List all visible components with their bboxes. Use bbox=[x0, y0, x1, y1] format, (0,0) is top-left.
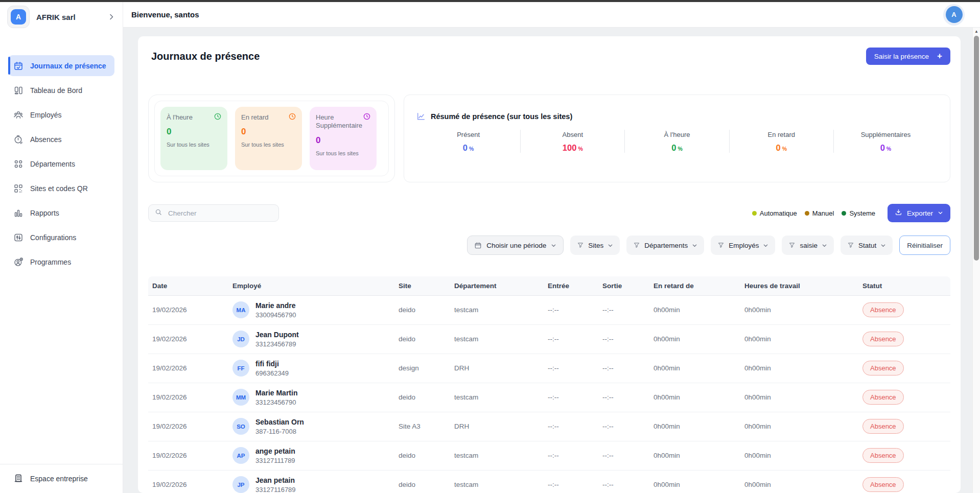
row-check-in: --:-- bbox=[544, 412, 598, 441]
row-department: DRH bbox=[450, 412, 544, 441]
dashboard-icon bbox=[13, 85, 24, 96]
table-row: 19/02/2026 FF fifi fidji 696362349 bbox=[148, 354, 950, 383]
row-department: testcam bbox=[450, 324, 544, 354]
employee-cell: JD Jean Dupont 33123456789 bbox=[232, 331, 390, 348]
avatar: FF bbox=[232, 360, 249, 377]
row-date: 19/02/2026 bbox=[148, 441, 228, 470]
status-badge: Absence bbox=[862, 448, 904, 463]
employee-cell: SO Sebastian Orn 387-116-7008 bbox=[232, 418, 390, 435]
filter-chip[interactable]: Sites bbox=[570, 236, 620, 255]
filter-chip-label: saisie bbox=[800, 242, 818, 249]
search-box bbox=[148, 204, 279, 222]
table-row: 19/02/2026 MA Marie andre 33009456790 bbox=[148, 295, 950, 324]
sidebar-item-rapports[interactable]: Rapports bbox=[8, 202, 114, 223]
filter-chip[interactable]: saisie bbox=[782, 236, 834, 255]
reset-filters-button[interactable]: Réinitialiser bbox=[899, 236, 950, 255]
sidebar-item-programmes[interactable]: Programmes bbox=[8, 251, 114, 272]
row-date: 19/02/2026 bbox=[148, 295, 228, 324]
period-filter-button[interactable]: Choisir une période bbox=[467, 236, 564, 255]
employee-phone: 696362349 bbox=[255, 369, 289, 377]
row-check-in: --:-- bbox=[544, 383, 598, 412]
search-input[interactable] bbox=[167, 209, 272, 218]
topbar: Bienvenue, santos A bbox=[123, 2, 980, 28]
main-area: Bienvenue, santos A Journaux de présence… bbox=[123, 2, 980, 493]
row-late-by: 0h00min bbox=[649, 354, 740, 383]
table-row: 19/02/2026 SO Sebastian Orn 387-116-7008 bbox=[148, 412, 950, 441]
scrollbar-thumb[interactable] bbox=[974, 36, 979, 261]
sidebar-item-sites-qr[interactable]: Sites et codes QR bbox=[8, 178, 114, 199]
row-check-in: --:-- bbox=[544, 295, 598, 324]
user-avatar[interactable]: A bbox=[943, 4, 965, 26]
status-badge: Absence bbox=[862, 361, 904, 375]
clock-icon bbox=[288, 112, 296, 121]
sidebar-item-espace-entreprise[interactable]: Espace entreprise bbox=[0, 464, 123, 493]
sidebar-item-journaux[interactable]: Journaux de présence bbox=[8, 55, 114, 76]
stat-value: 0 bbox=[241, 127, 296, 137]
row-work-hours: 0h00min bbox=[740, 354, 858, 383]
filter-chip[interactable]: Départements bbox=[626, 236, 704, 255]
legend-dot-automatique bbox=[752, 211, 757, 216]
row-department: testcam bbox=[450, 295, 544, 324]
chevron-down-icon bbox=[763, 243, 768, 248]
line-chart-icon bbox=[416, 112, 426, 121]
sidebar-item-tableau[interactable]: Tableau de Bord bbox=[8, 80, 114, 101]
avatar: JD bbox=[232, 331, 249, 347]
bar-chart-icon bbox=[13, 208, 24, 218]
sidebar-item-configurations[interactable]: Configurations bbox=[8, 227, 114, 248]
scrollbar-up-arrow[interactable]: ▲ bbox=[973, 29, 980, 34]
employee-name: ange petain bbox=[255, 447, 295, 455]
legend-systeme: Systeme bbox=[842, 209, 875, 217]
sidebar-item-label: Sites et codes QR bbox=[30, 184, 88, 193]
row-check-out: --:-- bbox=[598, 470, 649, 493]
enter-attendance-button[interactable]: Saisir la présence + bbox=[866, 48, 950, 65]
employee-phone: 33009456790 bbox=[255, 311, 296, 319]
company-avatar-frame: A bbox=[7, 6, 30, 28]
row-site: deido bbox=[394, 383, 450, 412]
row-site: deido bbox=[394, 324, 450, 354]
row-work-hours: 0h00min bbox=[740, 295, 858, 324]
chevron-down-icon bbox=[880, 243, 886, 248]
col-departement: Département bbox=[450, 276, 544, 295]
company-name: AFRIK sarl bbox=[36, 13, 107, 21]
status-badge: Absence bbox=[862, 390, 904, 405]
row-check-in: --:-- bbox=[544, 470, 598, 493]
table-row: 19/02/2026 MM Marie Martin 33123456790 bbox=[148, 383, 950, 412]
chevron-right-icon[interactable] bbox=[107, 13, 115, 21]
sidebar-item-departements[interactable]: Départements bbox=[8, 153, 114, 174]
stats-section: À l'heure 0 Sur tous les sites En retard bbox=[148, 95, 950, 182]
search-icon bbox=[155, 208, 162, 218]
employee-phone: 387-116-7008 bbox=[255, 428, 304, 435]
toolbar-row: Automatique Manuel Systeme bbox=[148, 204, 950, 222]
sliders-icon bbox=[13, 232, 24, 243]
employee-cell: JP Jean petain 33127116789 bbox=[232, 476, 390, 493]
stat-label: En retard bbox=[241, 113, 285, 122]
users-icon bbox=[13, 110, 24, 120]
filter-chip[interactable]: Statut bbox=[841, 236, 893, 255]
employee-phone: 33127111789 bbox=[255, 457, 295, 464]
chevron-down-icon bbox=[551, 243, 556, 248]
enter-attendance-label: Saisir la présence bbox=[874, 53, 929, 60]
export-button[interactable]: Exporter bbox=[888, 204, 950, 222]
chevron-down-icon bbox=[692, 243, 697, 248]
employee-name: fifi fidji bbox=[255, 360, 289, 368]
vertical-scrollbar[interactable]: ▲ bbox=[972, 28, 980, 493]
sidebar-item-label: Programmes bbox=[30, 258, 71, 266]
row-work-hours: 0h00min bbox=[740, 412, 858, 441]
calendar-icon bbox=[474, 242, 482, 249]
clock-icon bbox=[214, 112, 222, 121]
row-department: testcam bbox=[450, 383, 544, 412]
table-row: 19/02/2026 AP ange petain 33127111789 bbox=[148, 441, 950, 470]
user-badge-icon bbox=[13, 257, 24, 267]
row-work-hours: 0h00min bbox=[740, 383, 858, 412]
qr-code-icon bbox=[13, 183, 24, 194]
stat-caption: Sur tous les sites bbox=[167, 142, 221, 148]
sidebar-item-absences[interactable]: Absences bbox=[8, 129, 114, 150]
plus-icon: + bbox=[937, 51, 942, 61]
chevron-down-icon bbox=[822, 243, 827, 248]
filter-chip[interactable]: Employés bbox=[711, 236, 775, 255]
company-avatar: A bbox=[11, 9, 26, 25]
row-work-hours: 0h00min bbox=[740, 324, 858, 354]
row-date: 19/02/2026 bbox=[148, 324, 228, 354]
stat-label: Heure Supplémentaire bbox=[316, 113, 360, 130]
sidebar-item-employes[interactable]: Employés bbox=[8, 104, 114, 125]
